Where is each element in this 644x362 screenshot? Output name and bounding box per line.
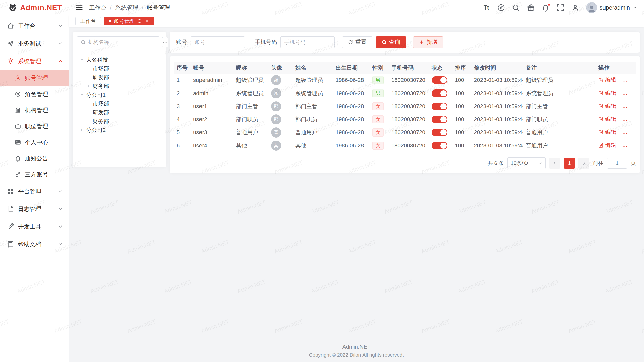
page-number-button[interactable]: 1 <box>564 158 575 169</box>
edit-button[interactable]: 编辑 <box>598 89 616 97</box>
edit-button[interactable]: 编辑 <box>598 102 616 110</box>
edit-button[interactable]: 编辑 <box>598 128 616 136</box>
caret-down-icon[interactable] <box>78 92 85 98</box>
tree-node[interactable]: 分公司2 <box>77 126 162 134</box>
phone-input[interactable] <box>280 36 335 48</box>
tree-node[interactable]: 市场部 <box>77 99 162 108</box>
status-toggle[interactable] <box>432 89 447 97</box>
table-row: 2 admin 系统管理员 系 系统管理员 1986-06-28 男 18020… <box>174 87 636 100</box>
sidebar-item-thirdparty[interactable]: 三方账号 <box>0 166 69 183</box>
sidebar: Admin.NET 工作台 业务测试 系统管理 账号管理 <box>0 0 69 362</box>
fullscreen-icon[interactable] <box>556 4 565 12</box>
add-button[interactable]: 新增 <box>413 36 443 48</box>
sidebar-item-position[interactable]: 职位管理 <box>0 118 69 134</box>
caret-placeholder <box>85 101 92 107</box>
cell-account: user2 <box>190 113 233 126</box>
breadcrumb-item-current: 账号管理 <box>147 4 170 12</box>
user-center-icon[interactable] <box>571 4 579 12</box>
chevron-down-icon <box>58 224 63 229</box>
more-actions-button[interactable] <box>622 104 628 110</box>
tree-more-button[interactable] <box>162 37 168 47</box>
bell-icon[interactable] <box>542 4 550 12</box>
bank-icon <box>15 107 21 113</box>
goto-page-input[interactable] <box>607 158 627 169</box>
cell-index: 2 <box>174 87 190 100</box>
caret-placeholder <box>85 118 92 125</box>
more-actions-button[interactable] <box>622 144 628 150</box>
tree-node-label: 大名科技 <box>86 56 108 64</box>
sidebar-item-workbench[interactable]: 工作台 <box>0 17 69 35</box>
close-icon[interactable] <box>144 19 149 23</box>
compass-icon[interactable] <box>497 4 505 12</box>
more-actions-button[interactable] <box>622 78 628 84</box>
refresh-icon[interactable] <box>137 19 142 23</box>
sidebar-item-docs[interactable]: 帮助文档 <box>0 235 69 253</box>
col-actions: 操作 <box>595 62 636 74</box>
tab-account-management[interactable]: 账号管理 <box>104 17 154 25</box>
page-size-select[interactable]: 10条/页 <box>507 157 546 169</box>
table-row: 4 user2 部门职员 部 部门职员 1986-06-28 女 1802003… <box>174 113 636 126</box>
edit-button[interactable]: 编辑 <box>598 142 616 149</box>
search-button[interactable]: 查询 <box>376 36 406 48</box>
sidebar-item-business-test[interactable]: 业务测试 <box>0 35 69 52</box>
caret-right-icon[interactable] <box>85 83 92 89</box>
id-card-icon <box>15 139 21 146</box>
next-page-button[interactable] <box>578 158 589 169</box>
breadcrumb-item[interactable]: 工作台 <box>89 4 106 12</box>
sidebar-item-profile[interactable]: 个人中心 <box>0 134 69 150</box>
ellipsis-icon <box>162 39 168 45</box>
sidebar-item-organization[interactable]: 机构管理 <box>0 102 69 118</box>
status-toggle[interactable] <box>432 76 447 84</box>
cell-phone: 18020030720 <box>388 113 429 126</box>
tree-node[interactable]: 研发部 <box>77 73 162 82</box>
caret-down-icon[interactable] <box>78 57 85 63</box>
pagination: 共 6 条 10条/页 1 前往 页 <box>174 152 636 169</box>
home-icon <box>7 22 14 29</box>
tree-node[interactable]: 财务部 <box>77 82 162 90</box>
logo[interactable]: Admin.NET <box>0 0 69 15</box>
cell-name: 部门主管 <box>292 100 333 113</box>
status-toggle[interactable] <box>432 129 447 136</box>
goto-label: 前往 <box>593 160 603 167</box>
sidebar-item-notice[interactable]: 通知公告 <box>0 150 69 166</box>
search-icon[interactable] <box>512 4 520 12</box>
sidebar-item-account[interactable]: 账号管理 <box>0 70 69 86</box>
tab-workbench[interactable]: 工作台 <box>75 17 101 25</box>
status-toggle[interactable] <box>432 116 447 123</box>
sidebar-item-logs[interactable]: 日志管理 <box>0 200 69 218</box>
sidebar-item-label: 开发工具 <box>18 223 54 231</box>
status-toggle[interactable] <box>432 142 447 149</box>
sidebar-item-role[interactable]: 角色管理 <box>0 86 69 102</box>
menu-toggle-icon[interactable] <box>75 4 83 11</box>
more-actions-button[interactable] <box>622 91 628 97</box>
edit-button[interactable]: 编辑 <box>598 76 616 84</box>
document-icon <box>7 205 14 212</box>
tree-node[interactable]: 财务部 <box>77 117 162 126</box>
user-menu[interactable]: superadmin <box>586 2 637 13</box>
org-search-input[interactable] <box>88 39 156 45</box>
sidebar-item-devtools[interactable]: 开发工具 <box>0 218 69 235</box>
tree-node[interactable]: 大名科技 <box>77 55 162 64</box>
sidebar-item-system[interactable]: 系统管理 <box>0 52 69 70</box>
status-toggle[interactable] <box>432 103 447 110</box>
font-size-icon[interactable]: Tt <box>482 4 490 12</box>
reset-button[interactable]: 重置 <box>342 36 372 48</box>
sidebar-item-platform[interactable]: 平台管理 <box>0 183 69 200</box>
cell-index: 6 <box>174 139 190 152</box>
avatar: 部 <box>271 114 281 124</box>
tree-node[interactable]: 市场部 <box>77 64 162 73</box>
tree-node-label: 分公司2 <box>86 126 106 134</box>
cell-name: 普通用户 <box>292 126 333 139</box>
cell-status <box>429 126 452 139</box>
breadcrumb-item[interactable]: 系统管理 <box>115 4 138 12</box>
gender-tag: 女 <box>372 102 384 110</box>
gift-icon[interactable] <box>527 4 535 12</box>
tree-node[interactable]: 分公司1 <box>77 90 162 99</box>
account-input[interactable] <box>191 36 245 48</box>
prev-page-button[interactable] <box>549 158 560 169</box>
more-actions-button[interactable] <box>622 130 628 137</box>
edit-button[interactable]: 编辑 <box>598 115 616 123</box>
more-actions-button[interactable] <box>622 117 628 123</box>
caret-right-icon[interactable] <box>78 127 85 133</box>
tree-node[interactable]: 研发部 <box>77 108 162 117</box>
